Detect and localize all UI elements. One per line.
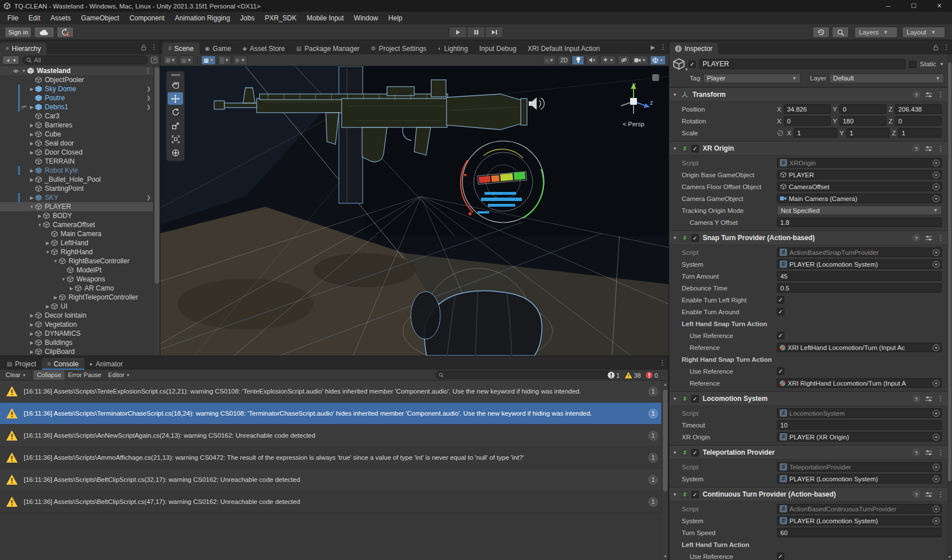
help-icon[interactable]: ? (912, 395, 920, 403)
menu-window[interactable]: Window (349, 12, 384, 24)
persp-label[interactable]: < Persp (614, 121, 653, 127)
foldout-closed-icon[interactable]: ▶ (28, 132, 35, 137)
link-icon[interactable] (777, 130, 784, 136)
scene-menu-icon[interactable]: ⋮ (144, 67, 151, 75)
menu-file[interactable]: File (2, 12, 23, 24)
object-picker-icon[interactable] (933, 506, 940, 512)
vector-field-z[interactable]: 0 (895, 116, 942, 126)
foldout-closed-icon[interactable]: ▶ (44, 304, 51, 309)
tree-item-robot-kyle[interactable]: ▶Robot Kyle (0, 166, 153, 175)
menu-pxr-sdk[interactable]: PXR_SDK (260, 12, 301, 24)
component-enabled-checkbox[interactable]: ✓ (691, 395, 699, 403)
tab-scene[interactable]: #Scene (163, 42, 199, 54)
tree-item-weapons[interactable]: ▼Weapons (0, 275, 153, 284)
vector-field-x[interactable]: 0 (784, 116, 831, 126)
tab-project[interactable]: ▤Project (1, 358, 42, 370)
component-menu-icon[interactable]: ⋮ (937, 144, 944, 152)
grid-snap-toggle[interactable]: ▦▼ (201, 55, 216, 65)
component-enabled-checkbox[interactable]: ✓ (691, 491, 699, 498)
tab-package-manager[interactable]: ▤Package Manager (291, 42, 366, 54)
object-field[interactable]: #LocomotionSystem (777, 408, 942, 418)
tab-game[interactable]: ◉Game (199, 42, 237, 54)
preset-icon[interactable] (925, 146, 932, 152)
palette-grip-handle[interactable] (171, 74, 180, 76)
panel-menu-icon[interactable]: ⋮ (943, 43, 950, 51)
component-header[interactable]: ▼#✓Locomotion System?⋮ (669, 392, 947, 406)
transform-tool-button[interactable] (168, 147, 183, 159)
tree-item-door-closed[interactable]: ▶Door Closed (0, 148, 153, 157)
tree-item-ar-camo[interactable]: ▶AR Camo (0, 284, 153, 293)
vector-field-z[interactable]: 1 (898, 128, 942, 138)
menu-help[interactable]: Help (383, 12, 407, 24)
object-field[interactable]: #ActionBasedSnapTurnProvider (777, 247, 942, 257)
console-message-row[interactable]: [16:11:36] Assets\Scripts\BeltClipScript… (0, 469, 661, 491)
active-checkbox[interactable]: ✓ (688, 61, 696, 68)
value-checkbox[interactable]: ✓ (777, 308, 784, 315)
play-button[interactable] (449, 27, 467, 38)
object-field[interactable]: #XROrigin (777, 158, 942, 168)
tree-item-cube[interactable]: ▶Cube (0, 130, 153, 139)
object-picker-icon[interactable] (933, 344, 940, 351)
foldout-open-icon[interactable]: ▼ (673, 492, 678, 497)
component-enabled-checkbox[interactable]: ✓ (691, 234, 699, 242)
tree-item-ui[interactable]: ▶UI (0, 302, 153, 311)
sign-in-button[interactable]: Sign in (5, 27, 32, 38)
foldout-closed-icon[interactable]: ▶ (44, 241, 51, 246)
foldout-closed-icon[interactable]: ▶ (28, 195, 35, 200)
console-scrollbar[interactable]: ▲ ▼ (661, 381, 668, 560)
foldout-open-icon[interactable]: ▼ (673, 236, 678, 241)
foldout-closed-icon[interactable]: ▶ (28, 87, 35, 92)
tree-item-vegetation[interactable]: ▶Vegetation (0, 320, 153, 329)
object-field[interactable]: XRI RightHand Locomotion/Turn (Input A (777, 378, 942, 388)
object-field[interactable]: CameraOffset (777, 182, 942, 191)
rotate-tool-button[interactable] (168, 106, 183, 118)
object-picker-icon[interactable] (933, 518, 940, 524)
foldout-closed-icon[interactable]: ▶ (28, 340, 35, 345)
grid-visibility-dropdown[interactable]: ▒▼ (218, 55, 231, 65)
maximize-button[interactable]: ☐ (901, 0, 926, 12)
object-field[interactable]: #PLAYER (XR Origin) (777, 432, 942, 442)
value-checkbox[interactable]: ✓ (777, 296, 784, 303)
menu-assets[interactable]: Assets (45, 12, 76, 24)
scene-viewport[interactable]: y z < Persp (160, 66, 669, 356)
snap-increment-dropdown[interactable]: ⊪▼ (233, 55, 248, 65)
vector-field-x[interactable]: 1 (794, 128, 838, 138)
preset-icon[interactable] (925, 450, 932, 456)
tree-item-lefthand[interactable]: ▶LeftHand (0, 238, 153, 247)
tree-item-rightteleportcontroller[interactable]: ▶RightTeleportController (0, 293, 153, 302)
tab-animator[interactable]: ▸Animator (84, 358, 129, 370)
error-pause-toggle[interactable]: Error Pause (65, 370, 105, 380)
tree-item-terrain[interactable]: TERRAIN (0, 157, 153, 166)
foldout-closed-icon[interactable]: ▶ (28, 322, 35, 327)
foldout-closed-icon[interactable]: ▶ (28, 105, 35, 110)
static-dropdown-icon[interactable]: ▼ (940, 62, 944, 67)
tree-item-barrieres[interactable]: ▶Barrieres (0, 121, 153, 130)
object-picker-icon[interactable] (933, 195, 940, 202)
error-count[interactable]: 0 (645, 371, 658, 379)
tree-item-seal-door[interactable]: ▶Seal door (0, 139, 153, 148)
tree-item-dynamics[interactable]: ▶DYNAMICS (0, 329, 153, 338)
collab-button[interactable] (57, 27, 74, 38)
layers-dropdown[interactable]: Layers▼ (855, 27, 898, 38)
foldout-closed-icon[interactable]: ▶ (36, 213, 43, 219)
prefab-open-arrow-icon[interactable]: ❯ (146, 104, 151, 110)
vector-field-y[interactable]: 180 (839, 116, 886, 126)
eye-hidden-icon[interactable] (19, 105, 28, 110)
object-picker-icon[interactable] (933, 410, 940, 417)
component-menu-icon[interactable]: ⋮ (937, 448, 944, 456)
search-button[interactable] (832, 27, 849, 38)
object-picker-icon[interactable] (933, 476, 940, 482)
menu-edit[interactable]: Edit (23, 12, 45, 24)
create-button[interactable]: ＋▼ (2, 55, 19, 65)
console-message-row[interactable]: [16:11:36] Assets\Scripts\TerminatorChas… (0, 403, 661, 425)
scene-audio-toggle[interactable] (586, 55, 598, 65)
hierarchy-search-input[interactable]: All (22, 55, 148, 65)
tree-item-cameraoffset[interactable]: ▼CameraOffset (0, 220, 153, 229)
component-header[interactable]: ▼Transform?⋮ (669, 88, 947, 102)
foldout-open-icon[interactable]: ▼ (673, 396, 678, 401)
panel-menu-icon[interactable]: ⋮ (659, 359, 666, 367)
value-checkbox[interactable]: ✓ (777, 553, 784, 560)
tab-project-settings[interactable]: ⚙Project Settings (366, 42, 432, 54)
move-tool-button[interactable] (168, 92, 183, 105)
inspector-scrollbar[interactable]: ▼ (947, 54, 952, 560)
